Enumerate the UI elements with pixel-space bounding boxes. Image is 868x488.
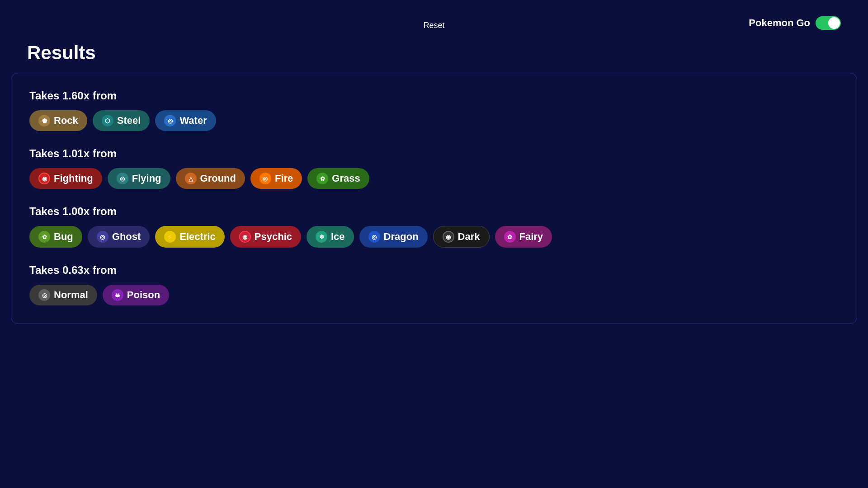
bug-icon-symbol: ✿ [42, 234, 47, 240]
top-bar: Reset Pokemon Go [0, 0, 868, 38]
water-icon: ◎ [164, 115, 176, 127]
section-160-badges: ⬟Rock⬡Steel◎Water [29, 110, 839, 131]
water-badge[interactable]: ◎Water [155, 110, 216, 131]
flying-badge[interactable]: ◎Flying [108, 168, 170, 189]
electric-icon: ⚡ [164, 231, 176, 243]
grass-icon: ✿ [316, 173, 328, 184]
bug-label: Bug [54, 231, 73, 243]
psychic-icon: ◉ [239, 231, 251, 243]
rock-label: Rock [54, 115, 78, 127]
normal-icon-symbol: ◎ [42, 292, 47, 299]
ground-icon: △ [185, 173, 197, 184]
dragon-icon-symbol: ◎ [372, 234, 377, 240]
fairy-icon: ✿ [504, 231, 516, 243]
grass-label: Grass [332, 173, 360, 184]
electric-badge[interactable]: ⚡Electric [155, 226, 225, 248]
fairy-label: Fairy [519, 231, 543, 243]
results-card: Takes 1.60x from⬟Rock⬡Steel◎WaterTakes 1… [11, 73, 857, 324]
dragon-icon: ◎ [368, 231, 380, 243]
flying-icon: ◎ [117, 173, 128, 184]
bug-icon: ✿ [38, 231, 50, 243]
fire-badge[interactable]: ◎Fire [250, 168, 302, 189]
page-title: Results [27, 42, 841, 64]
pokemon-go-toggle[interactable] [816, 16, 841, 30]
ground-label: Ground [200, 173, 236, 184]
ghost-label: Ghost [112, 231, 141, 243]
poison-label: Poison [127, 289, 160, 301]
section-160-title: Takes 1.60x from [29, 89, 839, 102]
water-icon-symbol: ◎ [168, 117, 173, 124]
rock-icon-symbol: ⬟ [42, 117, 47, 124]
section-160: Takes 1.60x from⬟Rock⬡Steel◎Water [29, 89, 839, 131]
ghost-icon: ◎ [97, 231, 108, 243]
ground-badge[interactable]: △Ground [176, 168, 245, 189]
fire-icon-symbol: ◎ [263, 175, 268, 182]
ice-badge[interactable]: ❄Ice [307, 226, 354, 248]
fairy-icon-symbol: ✿ [507, 234, 512, 240]
poison-badge[interactable]: ☠Poison [103, 285, 169, 305]
section-100-title: Takes 1.00x from [29, 205, 839, 218]
section-101-badges: ◉Fighting◎Flying△Ground◎Fire✿Grass [29, 168, 839, 189]
dragon-badge[interactable]: ◎Dragon [359, 226, 428, 248]
water-label: Water [179, 115, 207, 127]
bug-badge[interactable]: ✿Bug [29, 226, 82, 248]
reset-button[interactable]: Reset [416, 18, 452, 33]
ice-icon: ❄ [316, 231, 327, 243]
ground-icon-symbol: △ [189, 175, 193, 182]
rock-badge[interactable]: ⬟Rock [29, 110, 87, 131]
poison-icon-symbol: ☠ [115, 292, 120, 299]
pokemon-go-toggle-container: Pokemon Go [749, 16, 841, 30]
steel-label: Steel [117, 115, 141, 127]
steel-badge[interactable]: ⬡Steel [93, 110, 150, 131]
ice-icon-symbol: ❄ [319, 234, 324, 240]
fighting-icon: ◉ [38, 173, 50, 184]
fighting-badge[interactable]: ◉Fighting [29, 168, 102, 189]
ghost-badge[interactable]: ◎Ghost [88, 226, 150, 248]
section-101-title: Takes 1.01x from [29, 147, 839, 160]
normal-badge[interactable]: ◎Normal [29, 285, 97, 305]
steel-icon-symbol: ⬡ [105, 117, 110, 124]
psychic-badge[interactable]: ◉Psychic [230, 226, 301, 248]
psychic-label: Psychic [255, 231, 292, 243]
psychic-icon-symbol: ◉ [242, 234, 247, 240]
dark-icon-symbol: ◉ [446, 234, 451, 240]
electric-label: Electric [179, 231, 216, 243]
ghost-icon-symbol: ◎ [100, 234, 105, 240]
flying-icon-symbol: ◎ [120, 175, 125, 182]
rock-icon: ⬟ [38, 115, 50, 127]
toggle-knob [828, 17, 840, 29]
page-header: Results [0, 38, 868, 73]
fire-label: Fire [275, 173, 293, 184]
grass-icon-symbol: ✿ [320, 175, 325, 182]
steel-icon: ⬡ [102, 115, 113, 127]
section-063: Takes 0.63x from◎Normal☠Poison [29, 264, 839, 305]
dark-badge[interactable]: ◉Dark [433, 226, 490, 248]
fairy-badge[interactable]: ✿Fairy [495, 226, 552, 248]
section-063-badges: ◎Normal☠Poison [29, 285, 839, 305]
pokemon-go-label: Pokemon Go [749, 17, 810, 29]
ice-label: Ice [331, 231, 345, 243]
fire-icon: ◎ [259, 173, 271, 184]
fighting-label: Fighting [54, 173, 93, 184]
section-100-badges: ✿Bug◎Ghost⚡Electric◉Psychic❄Ice◎Dragon◉D… [29, 226, 839, 248]
dark-icon: ◉ [443, 231, 454, 243]
flying-label: Flying [132, 173, 161, 184]
dark-label: Dark [458, 231, 480, 243]
section-063-title: Takes 0.63x from [29, 264, 839, 277]
grass-badge[interactable]: ✿Grass [307, 168, 369, 189]
normal-icon: ◎ [38, 289, 50, 301]
section-101: Takes 1.01x from◉Fighting◎Flying△Ground◎… [29, 147, 839, 189]
normal-label: Normal [54, 289, 88, 301]
dragon-label: Dragon [384, 231, 419, 243]
section-100: Takes 1.00x from✿Bug◎Ghost⚡Electric◉Psyc… [29, 205, 839, 248]
electric-icon-symbol: ⚡ [166, 234, 174, 240]
poison-icon: ☠ [112, 289, 123, 301]
fighting-icon-symbol: ◉ [42, 175, 47, 182]
